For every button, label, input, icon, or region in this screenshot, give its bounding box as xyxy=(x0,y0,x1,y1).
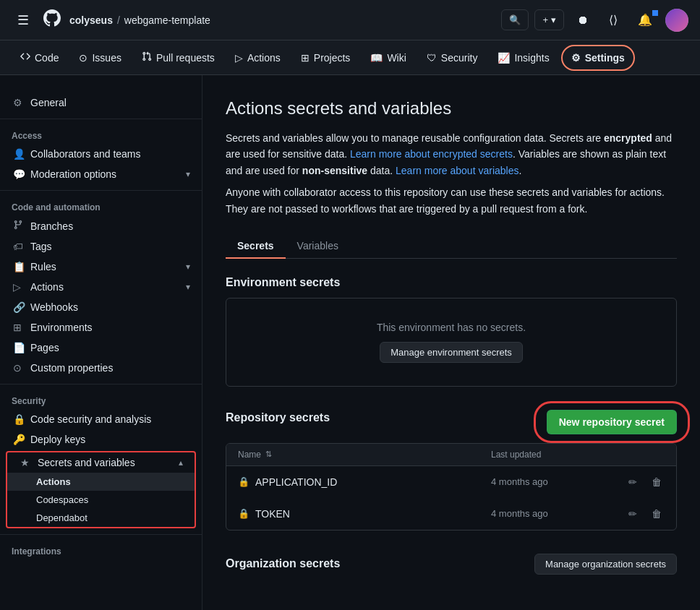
org-secrets-header: Organization secrets Manage organization… xyxy=(226,554,677,575)
nav-security[interactable]: 🛡 Security xyxy=(418,46,487,69)
secret-name-text-1: APPLICATION_ID xyxy=(255,476,337,488)
sidebar-section-security: Security xyxy=(0,390,202,409)
pages-icon: 📄 xyxy=(13,342,25,353)
col-updated-header: Last updated xyxy=(491,450,607,460)
webhooks-icon: 🔗 xyxy=(13,301,25,313)
secret-actions-2: ✏ 🗑 xyxy=(607,507,665,521)
nav-issues[interactable]: ⊙ Issues xyxy=(70,46,129,69)
secret-name-text-2: TOKEN xyxy=(255,508,290,520)
bell-icon: 🔔 xyxy=(638,13,652,27)
notifications-button[interactable]: 🔔 xyxy=(631,9,660,31)
breadcrumb: colyseus / webgame-template xyxy=(69,14,210,26)
code-security-icon: 🔒 xyxy=(13,413,25,425)
table-row: 🔒 TOKEN 4 months ago ✏ 🗑 xyxy=(226,498,676,530)
sidebar-item-actions[interactable]: ▷ Actions ▾ xyxy=(0,277,202,297)
environments-icon: ⊞ xyxy=(13,322,25,333)
general-icon: ⚙ xyxy=(13,97,25,108)
pencil-icon-2: ✏ xyxy=(628,508,637,520)
secret-row-wrapper-2: 🔒 TOKEN 4 months ago ✏ 🗑 xyxy=(226,498,676,530)
sidebar-item-code-security[interactable]: 🔒 Code security and analysis xyxy=(0,409,202,429)
sidebar-divider-4 xyxy=(0,534,202,535)
hamburger-icon: ☰ xyxy=(17,12,29,28)
sidebar-item-moderation[interactable]: 💬 Moderation options ▾ xyxy=(0,164,202,184)
copilot-button[interactable]: ⏺ xyxy=(570,9,596,31)
secrets-icon: ★ xyxy=(20,457,32,468)
secret-actions-1: ✏ 🗑 xyxy=(607,475,665,489)
sidebar-item-collaborators[interactable]: 👤 Collaborators and teams xyxy=(0,144,202,164)
search-button[interactable]: 🔍 xyxy=(501,9,529,30)
sidebar-sub-actions[interactable]: Actions xyxy=(7,473,195,491)
main-content: Actions secrets and variables Secrets an… xyxy=(202,75,700,610)
sidebar-item-environments[interactable]: ⊞ Environments xyxy=(0,317,202,338)
sidebar-item-branches[interactable]: Branches xyxy=(0,215,202,236)
sidebar-divider-2 xyxy=(0,190,202,191)
sidebar-item-pages[interactable]: 📄 Pages xyxy=(0,338,202,358)
deploy-keys-label: Deploy keys xyxy=(30,434,85,445)
repo-secrets-header: Repository secrets New repository secret xyxy=(226,410,677,434)
sidebar-item-tags[interactable]: 🏷 Tags xyxy=(0,236,202,257)
sidebar-item-general[interactable]: ⚙ General xyxy=(0,93,202,113)
table-header: Name ⇅ Last updated xyxy=(226,444,676,466)
pr-icon xyxy=(142,51,152,64)
hamburger-button[interactable]: ☰ xyxy=(12,9,35,31)
moderation-chevron-icon: ▾ xyxy=(186,169,190,179)
org-secrets-title: Organization secrets xyxy=(226,557,340,570)
nav-wiki[interactable]: 📖 Wiki xyxy=(362,46,414,69)
trash-icon: 🗑 xyxy=(652,476,662,488)
delete-secret-1-button[interactable]: 🗑 xyxy=(649,475,665,489)
rules-icon: 📋 xyxy=(13,261,25,272)
new-button[interactable]: + ▾ xyxy=(534,9,564,30)
delete-secret-2-button[interactable]: 🗑 xyxy=(649,507,665,521)
custom-props-icon: ⊙ xyxy=(13,362,25,374)
manage-env-secrets-button[interactable]: Manage environment secrets xyxy=(380,342,523,363)
actions-sidebar-icon: ▷ xyxy=(13,281,25,293)
dependabot-sub-label: Dependabot xyxy=(36,512,88,523)
sidebar-item-rules[interactable]: 📋 Rules ▾ xyxy=(0,257,202,277)
sidebar-section-integrations: Integrations xyxy=(0,541,202,559)
env-secrets-title: Environment secrets xyxy=(226,276,677,289)
repo-link[interactable]: webgame-template xyxy=(124,14,210,26)
page-note: Anyone with collaborator access to this … xyxy=(226,184,677,217)
pencil-icon: ✏ xyxy=(628,476,637,488)
top-navigation: ☰ colyseus / webgame-template 🔍 + ▾ ⏺ ⟨⟩… xyxy=(0,0,700,40)
avatar[interactable] xyxy=(665,9,688,32)
nav-pullrequests[interactable]: Pull requests xyxy=(133,46,223,69)
secret-row-wrapper-1: 🔒 APPLICATION_ID 4 months ago ✏ 🗑 xyxy=(226,466,676,498)
environments-label: Environments xyxy=(30,322,93,333)
learn-encrypted-link[interactable]: Learn more about encrypted secrets xyxy=(350,148,513,160)
branches-icon xyxy=(13,220,25,232)
sidebar-divider-3 xyxy=(0,384,202,385)
edit-secret-1-button[interactable]: ✏ xyxy=(626,475,640,489)
sidebar-sub-dependabot[interactable]: Dependabot xyxy=(7,509,195,527)
sidebar-item-secrets[interactable]: ★ Secrets and variables ▴ xyxy=(7,452,195,473)
actions-icon: ▷ xyxy=(235,52,243,64)
nav-settings[interactable]: ⚙ Settings xyxy=(561,45,635,71)
sidebar-sub-codespaces[interactable]: Codespaces xyxy=(7,491,195,509)
new-repository-secret-button[interactable]: New repository secret xyxy=(547,410,677,434)
sidebar-section-access: Access xyxy=(0,125,202,144)
sidebar-item-deploy-keys[interactable]: 🔑 Deploy keys xyxy=(0,429,202,450)
tab-secrets[interactable]: Secrets xyxy=(226,234,286,259)
page-description-1: Secrets and variables allow you to manag… xyxy=(226,130,677,179)
manage-org-secrets-button[interactable]: Manage organization secrets xyxy=(534,554,677,575)
moderation-label: Moderation options xyxy=(30,168,116,180)
nav-actions[interactable]: ▷ Actions xyxy=(226,46,289,69)
secret-updated-1: 4 months ago xyxy=(491,476,607,487)
trash-icon-2: 🗑 xyxy=(652,508,662,520)
pullrequest-icon: ⟨⟩ xyxy=(609,13,618,27)
sidebar-item-webhooks[interactable]: 🔗 Webhooks xyxy=(0,297,202,317)
env-secrets-box: This environment has no secrets. Manage … xyxy=(226,298,677,387)
org-link[interactable]: colyseus xyxy=(69,14,113,26)
pullrequest-button[interactable]: ⟨⟩ xyxy=(602,9,625,31)
learn-variables-link[interactable]: Learn more about variables xyxy=(396,165,518,176)
nav-code[interactable]: Code xyxy=(12,46,67,69)
edit-secret-2-button[interactable]: ✏ xyxy=(626,507,640,521)
tab-variables[interactable]: Variables xyxy=(286,234,350,259)
repo-secrets-title: Repository secrets xyxy=(226,411,330,424)
sidebar-section-automation: Code and automation xyxy=(0,197,202,215)
sidebar-item-custom-properties[interactable]: ⊙ Custom properties xyxy=(0,358,202,378)
nav-projects[interactable]: ⊞ Projects xyxy=(292,46,359,69)
nav-insights[interactable]: 📈 Insights xyxy=(489,46,558,69)
collaborators-label: Collaborators and teams xyxy=(30,148,141,160)
code-icon xyxy=(20,51,30,64)
